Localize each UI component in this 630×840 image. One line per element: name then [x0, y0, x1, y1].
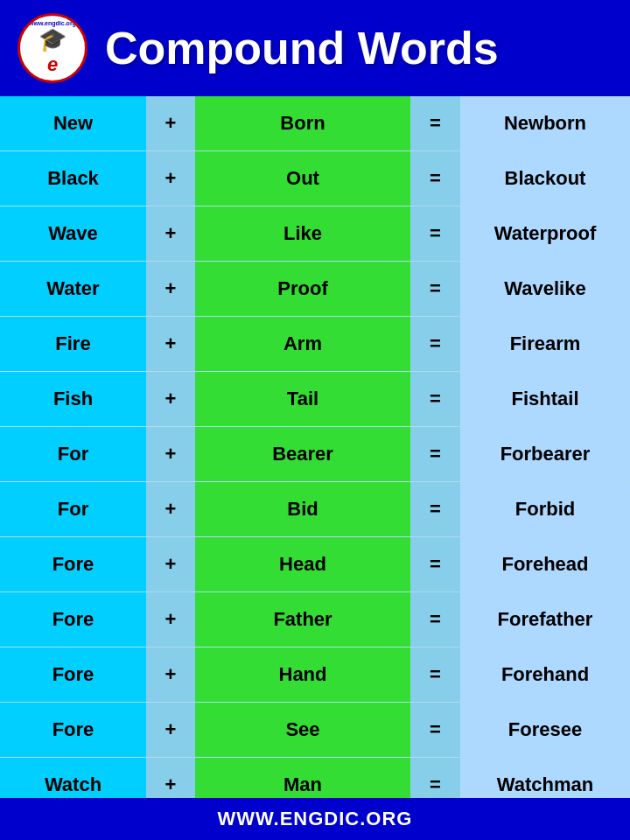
plus-sign: + [146, 206, 195, 261]
plus-sign: + [146, 592, 195, 647]
table-row: Fore + Head = Forehead [0, 537, 630, 592]
word-left: Fire [0, 317, 146, 371]
word-left: New [0, 96, 146, 150]
word-mid: Hand [195, 648, 410, 702]
footer-text: WWW.ENGDIC.ORG [218, 808, 413, 830]
word-mid: Father [195, 592, 410, 647]
table-row: Fore + Father = Forefather [0, 592, 630, 648]
table-row: Fish + Tail = Fishtail [0, 372, 630, 427]
table-row: Fore + Hand = Forehand [0, 648, 630, 703]
header: www.engdic.org 🎓 e Compound Words [0, 0, 630, 96]
table-row: For + Bid = Forbid [0, 482, 630, 537]
table-row: New + Born = Newborn [0, 96, 630, 151]
plus-sign: + [146, 703, 195, 757]
word-result: Wavelike [460, 262, 630, 316]
plus-sign: + [146, 427, 195, 481]
plus-sign: + [146, 372, 195, 426]
equals-sign: = [410, 427, 460, 481]
word-result: Forbid [460, 482, 630, 536]
word-mid: Born [195, 96, 410, 150]
page-title: Compound Words [105, 22, 499, 74]
equals-sign: = [410, 482, 460, 536]
word-left: For [0, 482, 146, 536]
equals-sign: = [410, 703, 460, 757]
word-left: Fore [0, 537, 146, 592]
plus-sign: + [146, 262, 195, 316]
plus-sign: + [146, 648, 195, 702]
equals-sign: = [410, 537, 460, 592]
table-row: Water + Proof = Wavelike [0, 262, 630, 317]
table-row: Fire + Arm = Firearm [0, 317, 630, 372]
word-result: Forehand [460, 648, 630, 702]
word-result: Forbearer [460, 427, 630, 481]
word-result: Blackout [460, 151, 630, 206]
word-result: Foresee [460, 703, 630, 757]
table-row: Black + Out = Blackout [0, 151, 630, 206]
word-mid: See [195, 703, 410, 757]
word-left: For [0, 427, 146, 481]
table-row: For + Bearer = Forbearer [0, 427, 630, 482]
word-left: Black [0, 151, 146, 206]
word-result: Fishtail [460, 372, 630, 426]
word-result: Waterproof [460, 206, 630, 261]
equals-sign: = [410, 592, 460, 647]
equals-sign: = [410, 317, 460, 371]
word-mid: Proof [195, 262, 410, 316]
word-left: Water [0, 262, 146, 316]
word-mid: Out [195, 151, 410, 206]
word-mid: Bid [195, 482, 410, 536]
logo-letter: e [47, 53, 58, 76]
equals-sign: = [410, 151, 460, 206]
compound-words-table: New + Born = Newborn Black + Out = Black… [0, 96, 630, 813]
word-left: Wave [0, 206, 146, 261]
word-left: Fish [0, 372, 146, 426]
logo: www.engdic.org 🎓 e [18, 13, 88, 83]
logo-url-top: www.engdic.org [29, 20, 76, 26]
word-left: Fore [0, 703, 146, 757]
word-result: Firearm [460, 317, 630, 371]
word-mid: Head [195, 537, 410, 592]
word-mid: Arm [195, 317, 410, 371]
word-left: Fore [0, 648, 146, 702]
equals-sign: = [410, 206, 460, 261]
plus-sign: + [146, 151, 195, 206]
word-mid: Bearer [195, 427, 410, 481]
equals-sign: = [410, 648, 460, 702]
word-mid: Tail [195, 372, 410, 426]
plus-sign: + [146, 482, 195, 536]
plus-sign: + [146, 317, 195, 371]
logo-cap-icon: 🎓 [38, 26, 66, 53]
equals-sign: = [410, 262, 460, 316]
plus-sign: + [146, 96, 195, 150]
word-result: Newborn [460, 96, 630, 150]
plus-sign: + [146, 537, 195, 592]
word-result: Forehead [460, 537, 630, 592]
word-left: Fore [0, 592, 146, 647]
table-row: Fore + See = Foresee [0, 703, 630, 758]
table-row: Wave + Like = Waterproof [0, 206, 630, 262]
footer: WWW.ENGDIC.ORG [0, 798, 630, 840]
equals-sign: = [410, 96, 460, 150]
word-result: Forefather [460, 592, 630, 647]
equals-sign: = [410, 372, 460, 426]
word-mid: Like [195, 206, 410, 261]
